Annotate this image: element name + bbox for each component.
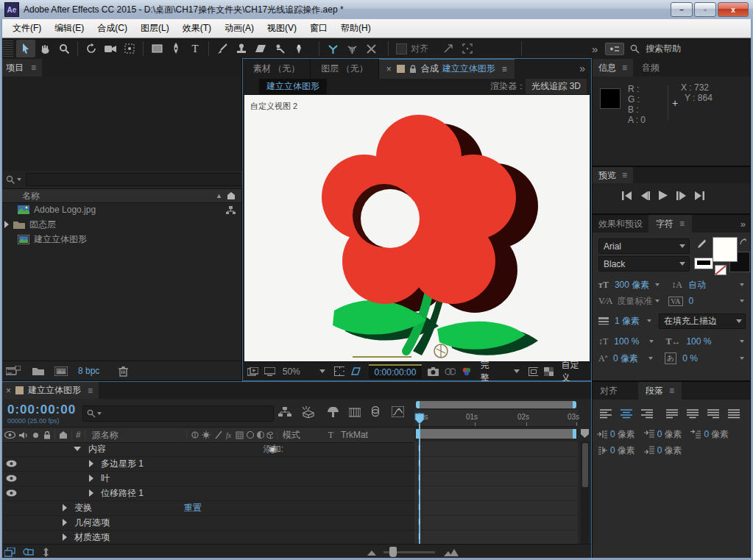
scrollbar-thumb[interactable]: [582, 443, 588, 487]
eyedropper-icon[interactable]: [696, 239, 706, 251]
navigator-end-handle[interactable]: [573, 401, 576, 408]
stroke-style-select[interactable]: 在填充上描边: [659, 313, 746, 329]
interpret-footage-icon[interactable]: [6, 366, 21, 376]
sort-icon[interactable]: ▲: [216, 192, 222, 199]
pen-tool[interactable]: [166, 40, 185, 57]
horizontal-scale-dropdown[interactable]: [740, 340, 744, 343]
shape-tool[interactable]: [147, 40, 166, 57]
tab-footage[interactable]: 素材 （无）: [243, 59, 311, 78]
expand-transfer-controls-icon[interactable]: [23, 547, 34, 557]
tab-composition[interactable]: × 合成 建立立体图形 ≡: [379, 59, 515, 79]
draft-3d-icon[interactable]: [302, 406, 315, 418]
column-name[interactable]: 名称: [22, 190, 40, 202]
search-help-label[interactable]: 搜索帮助: [646, 43, 681, 55]
align-right-button[interactable]: [638, 407, 656, 420]
tab-info[interactable]: 信息 ≡: [593, 59, 633, 77]
tab-paragraph[interactable]: 段落 ≡: [638, 382, 682, 400]
font-size-dropdown[interactable]: [655, 283, 660, 286]
swap-fill-stroke-icon[interactable]: [740, 238, 747, 246]
menu-view[interactable]: 视图(V): [261, 22, 303, 35]
timeline-zoom-slider[interactable]: [383, 551, 435, 553]
show-snapshot-icon[interactable]: [445, 367, 456, 376]
new-composition-icon[interactable]: [54, 366, 68, 376]
first-line-indent-value[interactable]: 0: [704, 429, 709, 439]
transparency-grid-icon[interactable]: [544, 367, 554, 376]
mode-column[interactable]: 模式: [283, 429, 300, 442]
graph-editor-icon[interactable]: [392, 406, 404, 417]
contents-twirl-icon[interactable]: [74, 447, 81, 451]
eraser-tool[interactable]: [251, 40, 270, 57]
zoom-level[interactable]: 50%: [283, 366, 300, 377]
local-axis-mode[interactable]: [323, 40, 342, 57]
motion-blur-icon[interactable]: [327, 407, 339, 418]
vertical-scale-dropdown[interactable]: [649, 340, 654, 343]
selection-tool[interactable]: [16, 40, 35, 57]
always-preview-icon[interactable]: [247, 367, 258, 376]
project-search-icon[interactable]: [6, 175, 15, 185]
menu-effect[interactable]: 效果(T): [176, 22, 218, 35]
menu-composition[interactable]: 合成(C): [91, 22, 134, 35]
tsume-dropdown[interactable]: [740, 357, 744, 360]
first-frame-button[interactable]: [622, 191, 632, 200]
kerning-value[interactable]: 度量标准: [617, 295, 652, 308]
workspace-icon[interactable]: [605, 43, 624, 55]
zoom-in-mountain-icon[interactable]: [444, 549, 459, 556]
fill-color-swatch[interactable]: [713, 237, 738, 262]
project-item-footage[interactable]: Adobe Logo.jpg: [0, 202, 241, 217]
camera-tool[interactable]: [101, 40, 120, 57]
timeline-tab-close-icon[interactable]: ×: [6, 386, 11, 396]
paragraph-panel-menu-icon[interactable]: ≡: [669, 386, 674, 396]
justify-last-left-button[interactable]: [663, 407, 681, 420]
character-panel-menu-icon[interactable]: ≡: [679, 219, 685, 229]
tab-preview[interactable]: 预览 ≡: [593, 167, 633, 183]
close-button[interactable]: x: [718, 2, 749, 17]
menu-help[interactable]: 帮助(H): [334, 22, 378, 35]
rotate-tool[interactable]: [82, 40, 101, 57]
window-titlebar[interactable]: Ae Adobe After Effects CC 2015 - D:\桌面\C…: [0, 0, 753, 20]
snap-arrow-icon[interactable]: [439, 40, 458, 57]
menu-window[interactable]: 窗口: [303, 22, 334, 35]
toolbar-overflow[interactable]: »: [592, 43, 598, 55]
timeline-timecode[interactable]: 0:00:00:00: [7, 403, 76, 417]
audio-column-icon[interactable]: [19, 431, 28, 439]
snap-checkbox[interactable]: [396, 43, 407, 54]
magnification-monitor-icon[interactable]: [264, 367, 275, 376]
project-item-folder[interactable]: 固态层: [0, 217, 241, 232]
preview-panel-menu-icon[interactable]: ≡: [622, 170, 627, 180]
composition-canvas[interactable]: 自定义视图 2: [244, 95, 590, 362]
timeline-vertical-scrollbar[interactable]: [581, 442, 590, 545]
tab-effects-presets[interactable]: 效果和预设: [593, 215, 648, 233]
frame-blend-icon[interactable]: [349, 407, 361, 418]
resolution-dropdown-icon[interactable]: [514, 369, 520, 373]
project-item-comp[interactable]: 建立立体图形: [0, 232, 241, 247]
expand-inout-icon[interactable]: [41, 547, 51, 557]
channels-icon[interactable]: [462, 367, 471, 376]
tracking-value[interactable]: 0: [689, 296, 694, 306]
space-after-value[interactable]: 0: [657, 445, 662, 456]
play-button[interactable]: [659, 191, 668, 200]
video-column-icon[interactable]: [4, 431, 15, 439]
text-tool[interactable]: T: [185, 40, 205, 57]
last-frame-button[interactable]: [695, 191, 704, 200]
zoom-dropdown-icon[interactable]: [319, 369, 325, 373]
view-layout-select[interactable]: 自定义: [561, 359, 587, 384]
align-left-button[interactable]: [597, 407, 615, 420]
property-row-offset-paths[interactable]: 位移路径 1: [0, 486, 414, 501]
zoom-out-mountain-icon[interactable]: [367, 550, 376, 556]
menu-file[interactable]: 文件(F): [6, 22, 48, 35]
project-search-input[interactable]: [26, 173, 243, 186]
geometry-twirl-icon[interactable]: [63, 519, 67, 526]
property-row-leaf[interactable]: 叶: [0, 471, 414, 486]
region-of-interest-icon[interactable]: [528, 367, 538, 376]
trash-icon[interactable]: [119, 366, 128, 377]
tab-project[interactable]: 项目 ≡: [0, 59, 42, 77]
eye-icon[interactable]: [6, 460, 17, 467]
clone-stamp-tool[interactable]: [232, 40, 251, 57]
source-name-column[interactable]: 源名称: [92, 429, 119, 442]
tab-character[interactable]: 字符 ≡: [648, 215, 692, 233]
horizontal-scale-value[interactable]: 100 %: [686, 336, 711, 347]
next-frame-button[interactable]: [676, 191, 686, 200]
mask-visibility-icon[interactable]: [350, 366, 361, 376]
justify-all-button[interactable]: [725, 407, 743, 420]
folder-twirl-icon[interactable]: [4, 221, 9, 228]
